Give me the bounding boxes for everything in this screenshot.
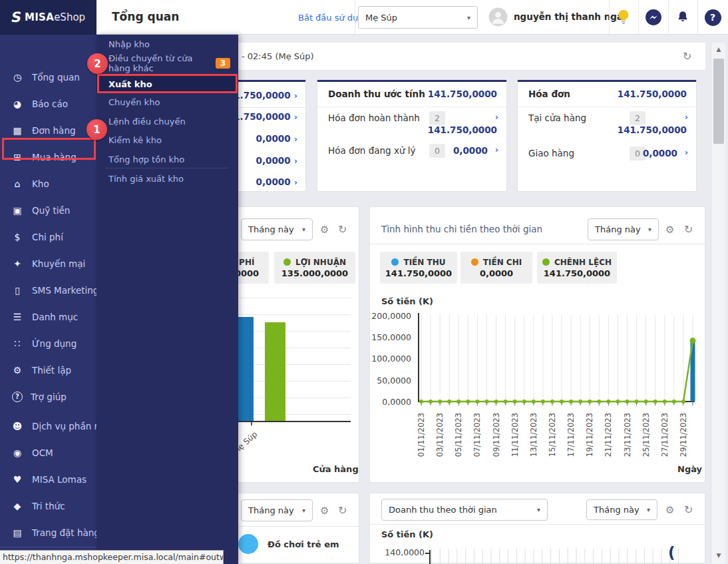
y-tick-label: 200,0000 [371, 311, 411, 321]
refresh-icon[interactable]: ↻ [338, 223, 347, 236]
messenger-icon[interactable] [644, 8, 663, 27]
legend-value: 135.000,0000 [281, 268, 348, 278]
dashboard-header-strip: - 02:45 (Mẹ Súp) ↻ [238, 43, 705, 71]
app-logo[interactable]: S MISAeShop [0, 0, 96, 35]
chevron-right-icon[interactable]: › [294, 156, 297, 166]
card-title-row: Hóa đơn 141.750,0000 [518, 82, 696, 107]
submenu-item-4[interactable]: Chuyển kho [96, 93, 238, 111]
row-value: 141.750,0000 [618, 125, 687, 135]
orange-dot-icon [471, 258, 478, 266]
chevron-right-icon[interactable]: › [294, 177, 297, 187]
sidebar-item-ocm[interactable]: ◉OCM [0, 441, 96, 465]
revenue-chart-y-axis-title: Số tiền (K) [381, 529, 433, 539]
sidebar-item-trang-dat-hang[interactable]: ▤Trang đặt hàng [0, 521, 96, 545]
sidebar-item-tro-giup[interactable]: ?Trợ giúp [0, 385, 96, 409]
sms-icon: ▯ [11, 285, 24, 296]
cashflow-chart-y-axis-title: Số tiền (K) [381, 296, 433, 306]
sidebar-item-chi-phi[interactable]: $Chi phí [0, 225, 96, 249]
expense-icon: $ [11, 232, 24, 242]
store-chart-x-axis-title: Cửa hàng [313, 464, 359, 474]
card-total: 141.750,0000 [618, 89, 687, 99]
scroll-up-arrow[interactable]: ▲ [711, 43, 726, 56]
scroll-down-arrow[interactable]: ▼ [711, 549, 726, 562]
x-tick-label: 21/11/2023 [604, 410, 613, 460]
x-tick-label: 23/11/2023 [623, 410, 632, 460]
x-tick-label: 19/11/2023 [585, 410, 594, 460]
chevron-right-icon[interactable]: › [495, 144, 498, 154]
annotation-step-1: 1 [87, 119, 107, 140]
scrollbar-thumb[interactable] [713, 59, 724, 144]
refresh-icon[interactable]: ↻ [684, 503, 693, 516]
submenu-item-label: Chuyển kho [108, 97, 160, 107]
card-title-row: Doanh thu ước tính 141.750,0000 [317, 82, 506, 107]
submenu-item-5[interactable]: Lệnh điều chuyển [96, 112, 238, 131]
legend-chip-tien-chi[interactable]: TIỀN CHI 0,0000 [460, 252, 532, 284]
user-menu[interactable]: nguyễn thị thanh nga [514, 11, 623, 22]
sidebar-item-thiet-lap[interactable]: ⚙Thiết lập [0, 358, 96, 382]
row-label: Hóa đơn đang xử lý [328, 145, 416, 156]
orders-icon: ▦ [11, 125, 24, 136]
legend-chip-tien-thu[interactable]: TIỀN THU 141.750,0000 [380, 252, 457, 284]
sidebar-item-dich-vu-phan-mem[interactable]: ☻Dịch vụ phần mềm [0, 414, 96, 438]
divider [638, 0, 639, 34]
sidebar-item-tri-thuc[interactable]: ◆Tri thức [0, 494, 96, 518]
chevron-right-icon[interactable]: › [685, 147, 688, 157]
submenu-item-7[interactable]: Tổng hợp tồn kho [96, 150, 238, 168]
divider [355, 0, 355, 34]
sidebar-item-kho[interactable]: ⌂Kho [0, 172, 96, 196]
sidebar-item-danh-muc[interactable]: ☰Danh mục [0, 305, 96, 329]
revenue-metric-select[interactable]: Doanh thu theo thời gian▾ [381, 499, 548, 521]
y-tick-label: 140,0000 [385, 547, 425, 557]
notifications-bell-icon[interactable] [673, 8, 692, 27]
help-icon[interactable]: ? [703, 8, 722, 27]
summary-row[interactable]: 0,0000› [256, 155, 297, 166]
submenu-item-2[interactable]: Điều chuyển từ cửa hàng khác3 [96, 54, 238, 73]
gear-icon[interactable]: ⚙ [665, 504, 674, 516]
submenu-item-6[interactable]: Kiểm kê kho [96, 131, 238, 149]
misa-logo-icon: S [10, 9, 23, 25]
gear-icon[interactable]: ⚙ [320, 224, 329, 236]
store-selector-dropdown[interactable]: Mẹ Súp ▾ [358, 6, 478, 29]
card-title: Hóa đơn [528, 89, 570, 99]
status-bar-url: https://thanhnga.mshopkeeper.misa.local/… [0, 550, 224, 564]
store-panel-period-dropdown[interactable]: Tháng này▾ [241, 218, 313, 240]
revenue-period-dropdown[interactable]: Tháng này▾ [586, 499, 657, 520]
avatar[interactable] [488, 7, 508, 27]
summary-row[interactable]: 0,0000› [256, 176, 297, 187]
sidebar-item-quy-tien[interactable]: ▣Quỹ tiền [0, 198, 96, 222]
gear-icon[interactable]: ⚙ [320, 505, 329, 517]
metric-value: Doanh thu theo thời gian [389, 505, 497, 515]
refresh-icon[interactable]: ↻ [683, 50, 691, 63]
chevron-right-icon[interactable]: › [294, 134, 297, 144]
chevron-right-icon[interactable]: › [294, 91, 297, 101]
sidebar-item-sms-marketing[interactable]: ▯SMS Marketing [0, 278, 96, 302]
period-value: Tháng này [594, 505, 639, 515]
y-tick-label: 100,0000 [371, 354, 411, 364]
divider [609, 0, 610, 34]
refresh-icon[interactable]: ↻ [338, 504, 347, 517]
submenu-item-1[interactable]: Nhập kho [96, 35, 238, 53]
tips-bulb-icon[interactable] [614, 8, 633, 27]
sidebar-item-tong-quan[interactable]: ◷Tổng quan [0, 65, 96, 89]
refresh-icon[interactable]: ↻ [684, 223, 693, 236]
legend-chip-chenh-lech[interactable]: CHÊNH LỆCH 141.750,0000 [537, 252, 617, 284]
summary-value: 0,0000 [256, 155, 291, 166]
sidebar-item-khuyen-mai[interactable]: ✦Khuyến mại [0, 252, 96, 276]
card-total: 141.750,0000 [428, 89, 497, 99]
green-dot-icon [542, 258, 550, 266]
category-period-dropdown[interactable]: Tháng này▾ [241, 499, 313, 521]
cashflow-period-dropdown[interactable]: Tháng này▾ [588, 218, 659, 240]
legend-chip-loi-nhuan[interactable]: LỢI NHUẬN 135.000,0000 [274, 252, 355, 284]
chevron-right-icon[interactable]: › [685, 112, 688, 122]
chevron-right-icon[interactable]: › [294, 112, 297, 122]
chevron-right-icon[interactable]: › [495, 112, 498, 122]
gear-icon[interactable]: ⚙ [665, 224, 674, 236]
submenu-item-8[interactable]: Tính giá xuất kho [96, 169, 238, 188]
reports-icon: ◕ [11, 99, 24, 109]
sidebar-item-misa-lomas[interactable]: ♥MISA Lomas [0, 467, 96, 491]
page-scrollbar[interactable]: ▲ ▼ [711, 43, 725, 564]
chevron-down-icon: ▾ [302, 226, 305, 233]
sidebar-item-ung-dung[interactable]: ∷Ứng dụng [0, 332, 96, 356]
summary-row[interactable]: 0,0000› [256, 133, 297, 144]
sidebar-item-bao-cao[interactable]: ◕Báo cáo [0, 92, 96, 116]
